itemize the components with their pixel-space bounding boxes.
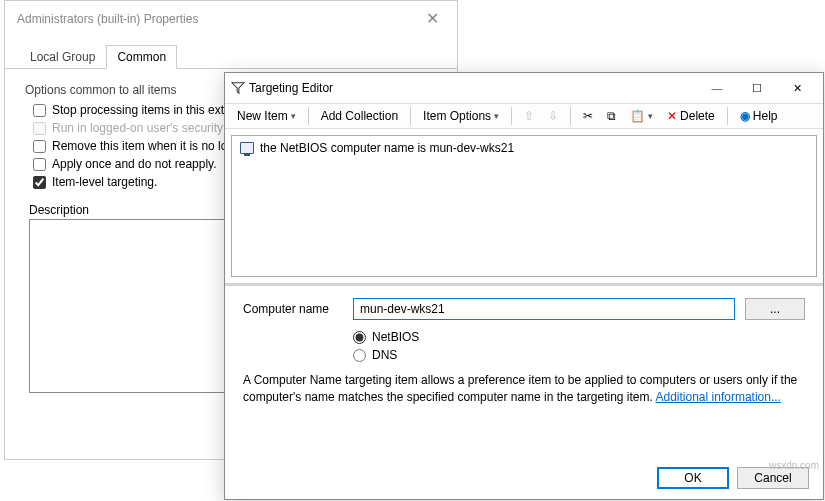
computer-name-input[interactable] [353, 298, 735, 320]
additional-info-link[interactable]: Additional information... [656, 390, 781, 404]
targeting-editor-dialog: Targeting Editor — ☐ ✕ New Item▾ Add Col… [224, 72, 824, 500]
tab-local-group[interactable]: Local Group [19, 45, 106, 69]
splitter[interactable] [225, 283, 823, 286]
minimize-icon[interactable]: — [697, 77, 737, 99]
funnel-icon [231, 81, 245, 95]
toolbar: New Item▾ Add Collection Item Options▾ ⇧… [225, 103, 823, 129]
computer-name-label: Computer name [243, 302, 343, 316]
tab-strip: Local Group Common [5, 44, 457, 69]
maximize-icon[interactable]: ☐ [737, 77, 777, 99]
list-item-text: the NetBIOS computer name is mun-dev-wks… [260, 141, 514, 155]
item-options-button[interactable]: Item Options▾ [417, 107, 505, 125]
targeting-list[interactable]: the NetBIOS computer name is mun-dev-wks… [231, 135, 817, 277]
delete-button[interactable]: ✕Delete [661, 107, 721, 125]
paste-icon: 📋▾ [624, 107, 659, 125]
close-icon[interactable]: ✕ [777, 77, 817, 99]
move-down-icon: ⇩ [542, 107, 564, 125]
new-item-button[interactable]: New Item▾ [231, 107, 302, 125]
computer-icon [240, 142, 254, 154]
radio-netbios[interactable]: NetBIOS [353, 330, 805, 344]
browse-button[interactable]: ... [745, 298, 805, 320]
add-collection-button[interactable]: Add Collection [315, 107, 404, 125]
help-text: A Computer Name targeting item allows a … [243, 372, 805, 406]
cut-icon[interactable]: ✂ [577, 107, 599, 125]
dialog-title: Targeting Editor [245, 81, 697, 95]
tab-common[interactable]: Common [106, 45, 177, 69]
list-item[interactable]: the NetBIOS computer name is mun-dev-wks… [238, 140, 810, 156]
help-button[interactable]: ◉Help [734, 107, 784, 125]
close-icon[interactable]: ✕ [420, 9, 445, 28]
dialog-title: Administrators (built-in) Properties [17, 12, 198, 26]
move-up-icon: ⇧ [518, 107, 540, 125]
copy-icon[interactable]: ⧉ [601, 107, 622, 125]
ok-button[interactable]: OK [657, 467, 729, 489]
watermark: wsxdn.com [769, 460, 819, 471]
radio-dns[interactable]: DNS [353, 348, 805, 362]
